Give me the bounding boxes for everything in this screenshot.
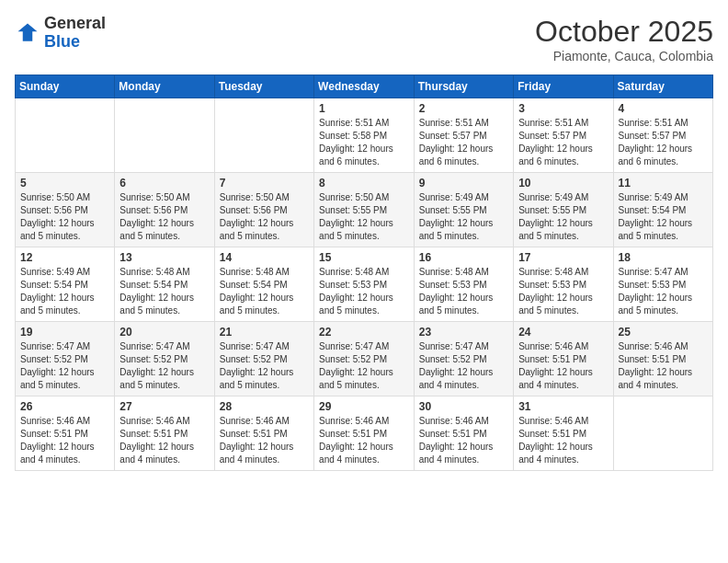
calendar-cell: 22Sunrise: 5:47 AM Sunset: 5:52 PM Dayli… <box>314 322 415 396</box>
day-info: Sunrise: 5:46 AM Sunset: 5:51 PM Dayligh… <box>20 415 109 466</box>
month-title: October 2025 <box>535 15 713 49</box>
day-number: 15 <box>319 251 409 264</box>
calendar-cell: 12Sunrise: 5:49 AM Sunset: 5:54 PM Dayli… <box>16 247 115 322</box>
weekday-header-monday: Monday <box>115 75 214 98</box>
day-number: 9 <box>419 177 508 190</box>
day-number: 13 <box>119 251 209 264</box>
title-block: October 2025 Piamonte, Cauca, Colombia <box>535 15 713 63</box>
day-info: Sunrise: 5:47 AM Sunset: 5:52 PM Dayligh… <box>319 340 409 392</box>
calendar-cell: 31Sunrise: 5:46 AM Sunset: 5:51 PM Dayli… <box>514 396 613 471</box>
calendar-cell: 21Sunrise: 5:47 AM Sunset: 5:52 PM Dayli… <box>214 322 313 396</box>
day-number: 26 <box>20 400 109 413</box>
calendar-cell: 3Sunrise: 5:51 AM Sunset: 5:57 PM Daylig… <box>514 98 613 173</box>
day-info: Sunrise: 5:50 AM Sunset: 5:56 PM Dayligh… <box>220 191 309 243</box>
day-number: 29 <box>319 400 409 413</box>
day-number: 6 <box>119 177 209 190</box>
day-number: 23 <box>419 326 508 339</box>
logo: General Blue <box>15 15 106 52</box>
logo-general-text: General <box>44 15 106 33</box>
calendar-cell: 4Sunrise: 5:51 AM Sunset: 5:57 PM Daylig… <box>613 98 713 173</box>
svg-marker-0 <box>18 23 38 40</box>
day-number: 8 <box>319 177 409 190</box>
day-info: Sunrise: 5:49 AM Sunset: 5:54 PM Dayligh… <box>619 191 709 243</box>
day-info: Sunrise: 5:49 AM Sunset: 5:55 PM Dayligh… <box>419 191 508 243</box>
day-number: 16 <box>419 251 508 264</box>
day-number: 7 <box>220 177 309 190</box>
weekday-header-thursday: Thursday <box>414 75 513 98</box>
calendar-week-1: 1Sunrise: 5:51 AM Sunset: 5:58 PM Daylig… <box>16 98 713 173</box>
calendar-cell: 25Sunrise: 5:46 AM Sunset: 5:51 PM Dayli… <box>613 322 713 396</box>
calendar-cell: 16Sunrise: 5:48 AM Sunset: 5:53 PM Dayli… <box>414 247 513 322</box>
day-info: Sunrise: 5:46 AM Sunset: 5:51 PM Dayligh… <box>518 340 608 392</box>
calendar-cell: 11Sunrise: 5:49 AM Sunset: 5:54 PM Dayli… <box>613 173 713 247</box>
day-info: Sunrise: 5:51 AM Sunset: 5:58 PM Dayligh… <box>319 117 409 168</box>
weekday-header-tuesday: Tuesday <box>214 75 313 98</box>
calendar-cell: 26Sunrise: 5:46 AM Sunset: 5:51 PM Dayli… <box>16 396 115 471</box>
calendar-cell <box>214 98 313 173</box>
calendar-cell: 29Sunrise: 5:46 AM Sunset: 5:51 PM Dayli… <box>314 396 415 471</box>
weekday-header-friday: Friday <box>514 75 613 98</box>
calendar-cell: 7Sunrise: 5:50 AM Sunset: 5:56 PM Daylig… <box>214 173 313 247</box>
day-number: 19 <box>20 326 109 339</box>
day-info: Sunrise: 5:51 AM Sunset: 5:57 PM Dayligh… <box>518 117 608 168</box>
day-info: Sunrise: 5:48 AM Sunset: 5:53 PM Dayligh… <box>419 266 508 317</box>
day-info: Sunrise: 5:50 AM Sunset: 5:56 PM Dayligh… <box>20 191 109 243</box>
calendar-week-3: 12Sunrise: 5:49 AM Sunset: 5:54 PM Dayli… <box>16 247 713 322</box>
calendar-cell: 23Sunrise: 5:47 AM Sunset: 5:52 PM Dayli… <box>414 322 513 396</box>
calendar-cell <box>16 98 115 173</box>
weekday-header-wednesday: Wednesday <box>314 75 415 98</box>
calendar-cell: 27Sunrise: 5:46 AM Sunset: 5:51 PM Dayli… <box>115 396 214 471</box>
day-number: 31 <box>518 400 608 413</box>
weekday-header-row: SundayMondayTuesdayWednesdayThursdayFrid… <box>16 75 713 98</box>
day-info: Sunrise: 5:47 AM Sunset: 5:52 PM Dayligh… <box>220 340 309 392</box>
day-number: 11 <box>619 177 709 190</box>
day-info: Sunrise: 5:46 AM Sunset: 5:51 PM Dayligh… <box>419 415 508 466</box>
calendar-cell: 19Sunrise: 5:47 AM Sunset: 5:52 PM Dayli… <box>16 322 115 396</box>
day-number: 21 <box>220 326 309 339</box>
calendar-week-4: 19Sunrise: 5:47 AM Sunset: 5:52 PM Dayli… <box>16 322 713 396</box>
calendar-cell <box>613 396 713 471</box>
day-number: 1 <box>319 102 409 115</box>
day-info: Sunrise: 5:46 AM Sunset: 5:51 PM Dayligh… <box>619 340 709 392</box>
calendar-cell: 6Sunrise: 5:50 AM Sunset: 5:56 PM Daylig… <box>115 173 214 247</box>
weekday-header-sunday: Sunday <box>16 75 115 98</box>
day-number: 2 <box>419 102 508 115</box>
day-info: Sunrise: 5:48 AM Sunset: 5:54 PM Dayligh… <box>119 266 209 317</box>
day-number: 20 <box>119 326 209 339</box>
calendar-cell: 8Sunrise: 5:50 AM Sunset: 5:55 PM Daylig… <box>314 173 415 247</box>
day-info: Sunrise: 5:46 AM Sunset: 5:51 PM Dayligh… <box>518 415 608 466</box>
calendar-cell: 20Sunrise: 5:47 AM Sunset: 5:52 PM Dayli… <box>115 322 214 396</box>
calendar-cell: 9Sunrise: 5:49 AM Sunset: 5:55 PM Daylig… <box>414 173 513 247</box>
day-info: Sunrise: 5:47 AM Sunset: 5:52 PM Dayligh… <box>20 340 109 392</box>
calendar-week-2: 5Sunrise: 5:50 AM Sunset: 5:56 PM Daylig… <box>16 173 713 247</box>
calendar-cell: 18Sunrise: 5:47 AM Sunset: 5:53 PM Dayli… <box>613 247 713 322</box>
day-number: 27 <box>119 400 209 413</box>
day-info: Sunrise: 5:48 AM Sunset: 5:53 PM Dayligh… <box>319 266 409 317</box>
day-number: 25 <box>619 326 709 339</box>
calendar-cell: 14Sunrise: 5:48 AM Sunset: 5:54 PM Dayli… <box>214 247 313 322</box>
day-info: Sunrise: 5:46 AM Sunset: 5:51 PM Dayligh… <box>319 415 409 466</box>
day-info: Sunrise: 5:47 AM Sunset: 5:52 PM Dayligh… <box>119 340 209 392</box>
location: Piamonte, Cauca, Colombia <box>535 49 713 63</box>
day-info: Sunrise: 5:49 AM Sunset: 5:54 PM Dayligh… <box>20 266 109 317</box>
day-info: Sunrise: 5:47 AM Sunset: 5:52 PM Dayligh… <box>419 340 508 392</box>
calendar-cell: 5Sunrise: 5:50 AM Sunset: 5:56 PM Daylig… <box>16 173 115 247</box>
day-number: 12 <box>20 251 109 264</box>
day-number: 10 <box>518 177 608 190</box>
day-number: 18 <box>619 251 709 264</box>
day-number: 30 <box>419 400 508 413</box>
day-number: 28 <box>220 400 309 413</box>
page-header: General Blue October 2025 Piamonte, Cauc… <box>15 15 713 63</box>
calendar-cell: 28Sunrise: 5:46 AM Sunset: 5:51 PM Dayli… <box>214 396 313 471</box>
day-info: Sunrise: 5:47 AM Sunset: 5:53 PM Dayligh… <box>619 266 709 317</box>
calendar-cell: 2Sunrise: 5:51 AM Sunset: 5:57 PM Daylig… <box>414 98 513 173</box>
day-number: 5 <box>20 177 109 190</box>
day-info: Sunrise: 5:49 AM Sunset: 5:55 PM Dayligh… <box>518 191 608 243</box>
day-number: 4 <box>619 102 709 115</box>
calendar-cell: 1Sunrise: 5:51 AM Sunset: 5:58 PM Daylig… <box>314 98 415 173</box>
day-info: Sunrise: 5:51 AM Sunset: 5:57 PM Dayligh… <box>619 117 709 168</box>
calendar-cell: 24Sunrise: 5:46 AM Sunset: 5:51 PM Dayli… <box>514 322 613 396</box>
day-info: Sunrise: 5:50 AM Sunset: 5:56 PM Dayligh… <box>119 191 209 243</box>
day-info: Sunrise: 5:48 AM Sunset: 5:53 PM Dayligh… <box>518 266 608 317</box>
logo-icon <box>15 20 40 46</box>
